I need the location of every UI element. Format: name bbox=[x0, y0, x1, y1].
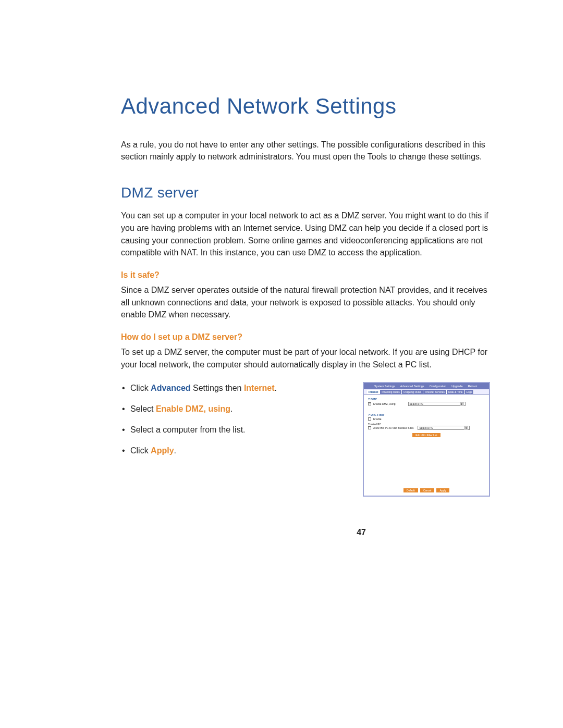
ui-sub-tabs: Internet Incoming Rules Outgoing Rules F… bbox=[364, 389, 489, 394]
ui-trusted-label: Allow this PC to Visit Blocked Sites bbox=[373, 426, 413, 429]
safe-heading: Is it safe? bbox=[121, 270, 490, 280]
step-highlight-apply: Apply bbox=[151, 446, 174, 455]
dmz-heading: DMZ server bbox=[121, 184, 490, 201]
ui-select-value: Select a PC bbox=[410, 402, 423, 406]
step-item-3: Select a computer from the list. bbox=[130, 424, 354, 436]
ui-dmz-enable-label: Enable DMZ, using bbox=[373, 402, 396, 405]
step-item-4: Click Apply. bbox=[130, 445, 354, 457]
ui-sub-tab-internet[interactable]: Internet bbox=[367, 390, 380, 394]
ui-sub-tab[interactable]: Date & Time bbox=[447, 390, 465, 394]
step-text: . bbox=[174, 446, 176, 455]
step-row: Click Advanced Settings then Internet. S… bbox=[121, 382, 490, 497]
help-icon[interactable]: ? bbox=[368, 398, 370, 401]
ui-select-value: Select a PC bbox=[419, 426, 433, 430]
setup-heading: How do I set up a DMZ server? bbox=[121, 332, 490, 342]
ui-url-checkbox[interactable] bbox=[368, 417, 371, 421]
ui-sub-tab[interactable]: Incoming Rules bbox=[380, 390, 401, 394]
chevron-down-icon: ▾ bbox=[464, 426, 468, 430]
ui-apply-button[interactable]: Apply bbox=[436, 488, 449, 492]
step-highlight-enable-dmz: Enable DMZ, using bbox=[156, 404, 230, 413]
ui-cancel-button[interactable]: Cancel bbox=[420, 488, 435, 492]
ui-url-title: ? URL Filter bbox=[368, 413, 485, 416]
dmz-body: You can set up a computer in your local … bbox=[121, 209, 490, 259]
ui-sub-tab[interactable]: Logs bbox=[465, 390, 474, 394]
ui-top-tabs: System Settings Advanced Settings Config… bbox=[364, 383, 489, 389]
ui-top-tab[interactable]: Advanced Settings bbox=[398, 384, 426, 388]
step-column: Click Advanced Settings then Internet. S… bbox=[121, 382, 354, 465]
ui-dmz-title: ? DMZ bbox=[368, 398, 485, 401]
ui-top-tab[interactable]: Upgrade bbox=[449, 384, 464, 388]
intro-paragraph: As a rule, you do not have to enter any … bbox=[121, 139, 490, 163]
ui-trusted-checkbox[interactable] bbox=[368, 426, 371, 429]
ui-bottom-buttons: Default Cancel Apply bbox=[364, 488, 489, 492]
ui-dmz-title-text: DMZ bbox=[371, 398, 377, 401]
safe-body: Since a DMZ server operates outside of t… bbox=[121, 284, 490, 321]
step-highlight-advanced: Advanced bbox=[151, 384, 190, 392]
ui-edit-filter-button[interactable]: Edit URL Filter List bbox=[412, 433, 440, 437]
ui-top-tab[interactable]: Configuration bbox=[427, 384, 449, 388]
ui-body: ? DMZ ✓ Enable DMZ, using Select a PC ▾ … bbox=[364, 394, 489, 439]
ui-sub-tab[interactable]: Outgoing Rules bbox=[402, 390, 423, 394]
step-highlight-internet: Internet bbox=[244, 384, 275, 392]
page-title: Advanced Network Settings bbox=[121, 94, 490, 119]
ui-edit-btn-row: Edit URL Filter List bbox=[368, 433, 485, 437]
chevron-down-icon: ▾ bbox=[460, 402, 464, 406]
step-item-1: Click Advanced Settings then Internet. bbox=[130, 382, 354, 394]
ui-url-title-text: URL Filter bbox=[371, 413, 384, 416]
step-item-2: Select Enable DMZ, using. bbox=[130, 403, 354, 415]
ui-dmz-select[interactable]: Select a PC ▾ bbox=[408, 402, 466, 406]
ui-top-tab[interactable]: System Settings bbox=[372, 384, 397, 388]
ui-url-enable-label: Enable bbox=[373, 417, 382, 421]
ui-dmz-row: ✓ Enable DMZ, using Select a PC ▾ bbox=[368, 402, 485, 406]
ui-trusted-select[interactable]: Select a PC ▾ bbox=[418, 426, 470, 430]
ui-top-tab[interactable]: Reboot bbox=[466, 384, 479, 388]
ui-trusted-row: Allow this PC to Visit Blocked Sites Sel… bbox=[368, 426, 485, 430]
help-icon[interactable]: ? bbox=[368, 413, 370, 416]
step-text: Select bbox=[130, 404, 156, 413]
step-text: . bbox=[275, 384, 277, 392]
ui-dmz-checkbox[interactable]: ✓ bbox=[368, 402, 371, 405]
step-text: Click bbox=[130, 384, 151, 392]
screenshot-mock: System Settings Advanced Settings Config… bbox=[363, 382, 490, 497]
ui-sub-tab[interactable]: Firewall Services bbox=[423, 390, 447, 394]
step-text: Click bbox=[130, 446, 151, 455]
ui-default-button[interactable]: Default bbox=[403, 488, 418, 492]
ui-url-row: Enable bbox=[368, 417, 485, 421]
step-text: Settings then bbox=[191, 384, 244, 392]
document-page: Advanced Network Settings As a rule, you… bbox=[0, 0, 563, 728]
step-list: Click Advanced Settings then Internet. S… bbox=[121, 382, 354, 457]
step-text: . bbox=[230, 404, 232, 413]
setup-body: To set up a DMZ server, the computer mus… bbox=[121, 346, 490, 371]
page-number: 47 bbox=[357, 528, 366, 537]
